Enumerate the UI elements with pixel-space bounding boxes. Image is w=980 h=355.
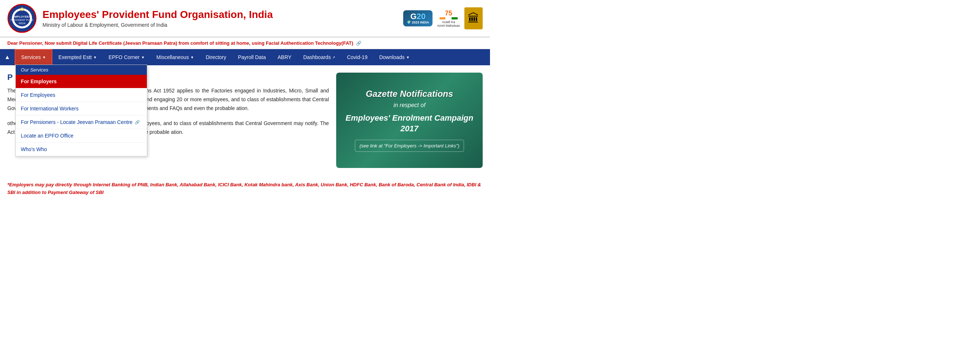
nav-label-covid: Covid-19 — [347, 54, 368, 60]
bottom-notice: *Employers may pay directly through Inte… — [0, 175, 490, 202]
gazette-title: Gazette Notifications — [366, 89, 453, 99]
external-link-icon: 🔗 — [135, 120, 140, 125]
nav-arrow-epfo: ▼ — [141, 55, 145, 59]
dropdown-item-locate-office[interactable]: Locate an EPFO Office — [16, 129, 147, 143]
dropdown-item-for-employees[interactable]: For Employees — [16, 88, 147, 102]
nav-item-exempted[interactable]: Exempted Estt ▼ — [52, 49, 103, 65]
nav-arrow-services: ▼ — [43, 55, 46, 59]
main-navbar: ▲ Services ▼ Our Services For Employers … — [0, 49, 490, 65]
nav-item-downloads[interactable]: Downloads ▼ — [373, 49, 415, 65]
header-title-block: Employees' Provident Fund Organisation, … — [43, 9, 403, 28]
nav-item-misc[interactable]: Miscellaneous ▼ — [151, 49, 200, 65]
nav-item-directory[interactable]: Directory — [200, 49, 232, 65]
azadi-logo: 75 Azadi Ka Amrit Mahotsav — [437, 10, 460, 27]
nav-item-services[interactable]: Services ▼ Our Services For Employers Fo… — [15, 49, 53, 65]
site-header: EMPLOYEES' PROVIDENT FUND INDIA ⚙ Employ… — [0, 0, 490, 37]
news-ticker: Dear Pensioner, Now submit Digital Life … — [0, 37, 490, 49]
nav-label-downloads: Downloads — [379, 54, 404, 60]
nav-label-directory: Directory — [206, 54, 226, 60]
nav-label-services: Services — [21, 54, 41, 60]
nav-item-payroll[interactable]: Payroll Data — [232, 49, 272, 65]
india-emblem: 🏛 — [465, 7, 483, 29]
gazette-note: (see link at "For Employers -> Important… — [355, 140, 465, 152]
nav-label-epfo: EPFO Corner — [108, 54, 140, 60]
gazette-campaign: Employees' Enrolment Campaign 2017 — [344, 113, 475, 134]
nav-label-dashboards: Dashboards — [303, 54, 331, 60]
svg-text:⚙: ⚙ — [20, 6, 24, 12]
gazette-banner-container: Gazette Notifications in respect of Empl… — [336, 73, 483, 168]
dropdown-item-whos-who[interactable]: Who's Who — [16, 143, 147, 156]
dropdown-header: Our Services — [16, 65, 147, 75]
site-title: Employees' Provident Fund Organisation, … — [43, 9, 403, 21]
nav-item-dashboards[interactable]: Dashboards ↗ — [298, 49, 341, 65]
gazette-banner: Gazette Notifications in respect of Empl… — [336, 73, 483, 168]
nav-arrow-downloads: ▼ — [406, 55, 410, 59]
nav-label-misc: Miscellaneous — [156, 54, 189, 60]
epfo-logo: EMPLOYEES' PROVIDENT FUND INDIA ⚙ — [7, 4, 37, 33]
nav-arrow-misc: ▼ — [191, 55, 194, 59]
svg-text:PROVIDENT FUND: PROVIDENT FUND — [11, 19, 33, 21]
gazette-subtitle: in respect of — [393, 102, 425, 109]
partner-logos: G20 🌍 2023 INDIA 75 Azadi Ka Amrit Mahot… — [403, 7, 483, 29]
nav-label-payroll: Payroll Data — [238, 54, 266, 60]
nav-item-epfo[interactable]: EPFO Corner ▼ — [103, 49, 151, 65]
dropdown-item-for-pensioners[interactable]: For Pensioners - Locate Jeevan Pramaan C… — [16, 115, 147, 129]
nav-label-exempted: Exempted Estt — [58, 54, 92, 60]
nav-item-abry[interactable]: ABRY — [272, 49, 298, 65]
svg-text:INDIA: INDIA — [19, 22, 25, 25]
dashboards-external-icon: ↗ — [332, 55, 335, 59]
nav-label-abry: ABRY — [278, 54, 291, 60]
g20-logo: G20 🌍 2023 INDIA — [403, 10, 433, 26]
services-dropdown: Our Services For Employers For Employees… — [15, 64, 147, 157]
dropdown-item-for-employers[interactable]: For Employers — [16, 75, 147, 88]
nav-item-covid[interactable]: Covid-19 — [341, 49, 373, 65]
svg-text:EMPLOYEES': EMPLOYEES' — [13, 15, 32, 18]
dropdown-item-for-international[interactable]: For International Workers — [16, 102, 147, 115]
nav-arrow-exempted: ▼ — [93, 55, 97, 59]
home-button[interactable]: ▲ — [0, 49, 15, 65]
site-subtitle: Ministry of Labour & Employment, Governm… — [43, 22, 403, 28]
